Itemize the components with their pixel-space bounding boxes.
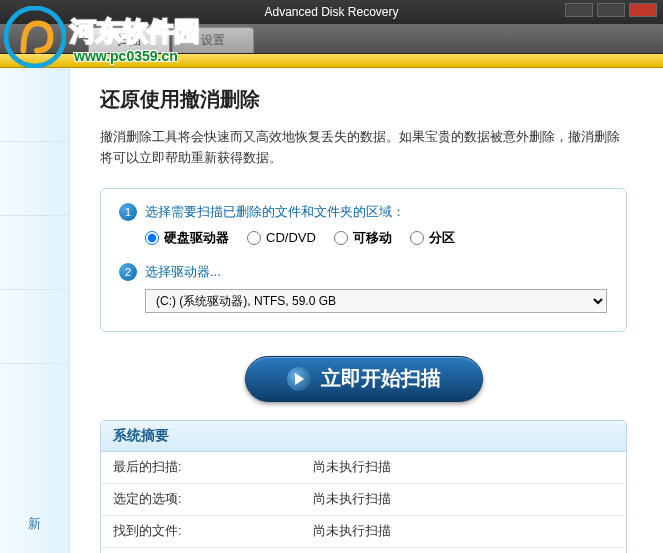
radio-removable[interactable]: 可移动 <box>334 229 392 247</box>
main-content: 还原使用撤消删除 撤消删除工具将会快速而又高效地恢复丢失的数据。如果宝贵的数据被… <box>70 68 663 553</box>
summary-key: 最后的扫描: <box>101 452 301 484</box>
step1-label: 选择需要扫描已删除的文件和文件夹的区域： <box>145 203 405 221</box>
sidebar-item[interactable] <box>0 216 69 290</box>
page-title: 还原使用撤消删除 <box>100 86 627 113</box>
summary-key: 到目前为止已还原的文件: <box>101 547 301 553</box>
tab-settings[interactable]: 设置 <box>172 27 254 53</box>
tab-settings-label: 设置 <box>201 32 225 49</box>
radio-cd[interactable]: CD/DVD <box>247 229 316 247</box>
summary-row: 找到的文件:尚未执行扫描 <box>101 515 626 547</box>
scan-options-panel: 1 选择需要扫描已删除的文件和文件夹的区域： 硬盘驱动器 CD/DVD 可移动 … <box>100 188 627 332</box>
tab-scan[interactable]: 扫描 <box>88 27 170 53</box>
radio-removable-input[interactable] <box>334 231 348 245</box>
radio-removable-label: 可移动 <box>353 229 392 247</box>
sidebar-refresh[interactable]: 新 <box>0 495 69 553</box>
accent-bar <box>0 54 663 68</box>
summary-title: 系统摘要 <box>101 421 626 452</box>
summary-row: 选定的选项:尚未执行扫描 <box>101 483 626 515</box>
radio-partition-label: 分区 <box>429 229 455 247</box>
radio-hdd-label: 硬盘驱动器 <box>164 229 229 247</box>
summary-value: 尚未执行扫描 <box>301 515 626 547</box>
tab-bar: 扫描 设置 <box>0 24 663 54</box>
sidebar: 新 <box>0 68 70 553</box>
start-scan-button[interactable]: 立即开始扫描 <box>245 356 483 402</box>
radio-cd-input[interactable] <box>247 231 261 245</box>
step1-badge: 1 <box>119 203 137 221</box>
summary-key: 选定的选项: <box>101 483 301 515</box>
step1-row: 1 选择需要扫描已删除的文件和文件夹的区域： <box>119 203 608 221</box>
step2-label: 选择驱动器... <box>145 263 221 281</box>
tab-scan-label: 扫描 <box>117 32 141 49</box>
title-bar: Advanced Disk Recovery <box>0 0 663 24</box>
radio-cd-label: CD/DVD <box>266 230 316 245</box>
summary-row: 最后的扫描:尚未执行扫描 <box>101 452 626 484</box>
sidebar-item[interactable] <box>0 290 69 364</box>
sidebar-item[interactable] <box>0 68 69 142</box>
radio-hdd-input[interactable] <box>145 231 159 245</box>
page-description: 撤消删除工具将会快速而又高效地恢复丢失的数据。如果宝贵的数据被意外删除，撤消删除… <box>100 127 627 170</box>
radio-partition[interactable]: 分区 <box>410 229 455 247</box>
system-summary-panel: 系统摘要 最后的扫描:尚未执行扫描选定的选项:尚未执行扫描找到的文件:尚未执行扫… <box>100 420 627 554</box>
sidebar-item[interactable] <box>0 142 69 216</box>
summary-row: 到目前为止已还原的文件:尚未执行扫描 <box>101 547 626 553</box>
area-radio-group: 硬盘驱动器 CD/DVD 可移动 分区 <box>145 229 608 247</box>
summary-key: 找到的文件: <box>101 515 301 547</box>
step2-badge: 2 <box>119 263 137 281</box>
drive-select[interactable]: (C:) (系统驱动器), NTFS, 59.0 GB <box>145 289 607 313</box>
sidebar-refresh-label: 新 <box>28 516 41 531</box>
radio-partition-input[interactable] <box>410 231 424 245</box>
start-scan-label: 立即开始扫描 <box>321 365 441 392</box>
summary-table: 最后的扫描:尚未执行扫描选定的选项:尚未执行扫描找到的文件:尚未执行扫描到目前为… <box>101 452 626 554</box>
summary-value: 尚未执行扫描 <box>301 547 626 553</box>
close-button[interactable] <box>629 3 657 17</box>
summary-value: 尚未执行扫描 <box>301 452 626 484</box>
minimize-button[interactable] <box>565 3 593 17</box>
radio-hdd[interactable]: 硬盘驱动器 <box>145 229 229 247</box>
maximize-button[interactable] <box>597 3 625 17</box>
play-icon <box>287 367 311 391</box>
step2-row: 2 选择驱动器... <box>119 263 608 281</box>
summary-value: 尚未执行扫描 <box>301 483 626 515</box>
window-title: Advanced Disk Recovery <box>264 5 398 19</box>
